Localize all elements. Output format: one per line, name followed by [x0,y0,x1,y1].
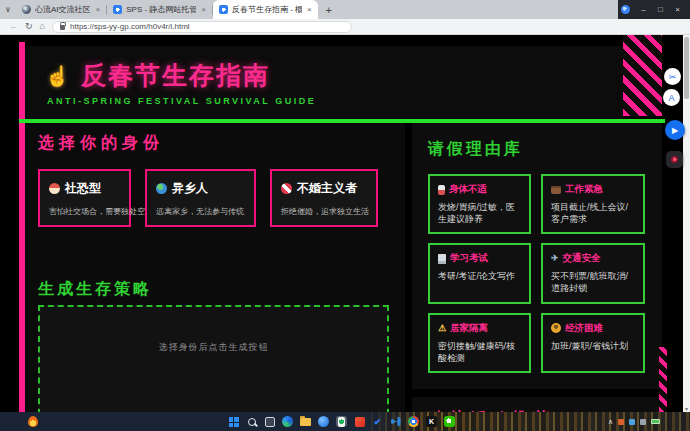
identity-card-social-anxiety[interactable]: 社恐型 害怕社交场合，需要独处空间 [38,169,131,227]
url-field[interactable]: https://sps-yy-gp.com/h0v4r/i.html [52,21,352,33]
scissors-icon: ✂ [669,72,677,82]
pinned-app-red-button[interactable] [354,416,365,427]
red-app-icon [355,417,365,427]
tab2-title: SPS - 静态网站托管服务 [126,4,196,15]
page-scrollbar[interactable]: ▾ [683,35,690,412]
new-tab-button[interactable]: + [326,4,332,16]
decor-stripes-top-right [623,35,662,116]
todo-app-button[interactable]: ✔ [372,416,383,427]
excuse-desc: 买不到票/航班取消/道路封锁 [551,270,635,294]
home-icon[interactable]: ⌂ [40,22,45,31]
excuse-desc: 加班/兼职/省钱计划 [551,340,635,352]
edge-taskbar-button[interactable] [282,416,293,427]
identity-card-title: 不婚主义者 [297,180,357,197]
assistant-icon: ▶ [672,126,678,135]
tab1-title: 心流AI交流社区 [35,4,91,15]
excuse-heading: 请假理由库 [428,139,662,159]
back-icon[interactable]: ← [9,22,18,31]
middle-finger-icon: ☝ [45,64,70,88]
browser-assistant-button[interactable]: ▶ [665,120,685,140]
k-app-icon: K [426,416,437,427]
page-viewport: ☝ 反春节生存指南 ANTI-SPRING FESTIVAL SURVIVAL … [0,35,683,412]
maximize-button[interactable]: □ [652,5,669,14]
scrollbar-down-arrow[interactable]: ▾ [683,405,690,412]
browser-tab-strip: ∨ 心流AI交流社区 × SPS - 静态网站托管服务 × 反春节生存指南 - … [0,0,690,19]
browser-profile-icon[interactable] [621,5,630,14]
excuse-title: 交通安全 [563,252,601,265]
tab-survival-guide-active[interactable]: 反春节生存指南 - 概念艺术 × [213,0,318,19]
tab2-close-icon[interactable]: × [201,5,206,14]
taskbar-search-button[interactable] [246,416,257,427]
tray-app-icon[interactable] [618,419,624,425]
tab3-close-icon[interactable]: × [307,5,312,14]
tray-chevron-icon[interactable]: ∧ [608,418,613,426]
close-button[interactable]: × [669,5,686,14]
input-method-icon[interactable] [640,419,646,425]
tab3-title: 反春节生存指南 - 概念艺术 [232,4,302,15]
flame-widget-icon[interactable] [28,416,38,427]
excuse-cards: 身体不适 发烧/胃病/过敏，医生建议静养 工作紧急 项目截止/线上会议/客户需求… [428,174,662,373]
translate-tool-button[interactable]: A [663,89,680,106]
hotlist-widget-button[interactable] [666,151,683,168]
chrome-button[interactable] [408,416,419,427]
excuse-title: 工作紧急 [565,183,603,196]
tab-xinliu-community[interactable]: 心流AI交流社区 × [16,0,106,19]
url-text: https://sps-yy-gp.com/h0v4r/i.html [70,22,190,31]
excuse-title: 经济困难 [565,322,603,335]
memo-icon [438,254,446,264]
vscode-button[interactable] [390,416,401,427]
battery-icon[interactable] [651,419,660,424]
checkmark-icon: ✔ [374,417,382,427]
scared-face-icon [49,183,60,194]
strategy-output-box: 选择身份后点击生成按钮 [38,305,389,412]
excuse-title: 居家隔离 [450,322,488,335]
minimize-button[interactable]: – [635,5,652,14]
tab-sps-hosting[interactable]: SPS - 静态网站托管服务 × [107,0,212,19]
identity-card-title: 社恐型 [65,180,101,197]
screenshot-tool-button[interactable]: ✂ [664,68,681,85]
address-bar: ← ↻ ⌂ https://sps-yy-gp.com/h0v4r/i.html [0,19,690,35]
activity-section: 独处活动推荐 [412,397,662,412]
tray-app-icon[interactable] [629,419,635,425]
wechat-button[interactable] [444,416,455,427]
active-app-button[interactable] [336,416,347,427]
refresh-icon[interactable]: ↻ [25,22,33,31]
excuse-card-work[interactable]: 工作紧急 项目截止/线上会议/客户需求 [541,174,645,234]
file-explorer-button[interactable] [300,416,311,427]
tab1-favicon [22,5,31,14]
excuse-card-money[interactable]: 经济困难 加班/兼职/省钱计划 [541,313,645,373]
excuse-card-sick[interactable]: 身体不适 发烧/胃病/过敏，医生建议静养 [428,174,531,234]
excuse-card-quarantine[interactable]: ⚠居家隔离 密切接触/健康码/核酸检测 [428,313,531,373]
identity-card-title: 异乡人 [172,180,208,197]
windows-taskbar: ✔ K ∧ [0,412,690,431]
browser-icon [318,416,329,427]
money-icon [551,323,561,333]
tab-search-chevron-icon[interactable]: ∨ [0,5,16,14]
keep-app-button[interactable]: K [426,416,437,427]
window-controls: – □ × [618,0,690,19]
identity-heading: 选择你的身份 [38,133,405,153]
decor-stripes-bottom-right [659,347,667,412]
strategy-heading: 生成生存策略 [38,279,405,299]
browser-taskbar-button[interactable] [318,416,329,427]
search-icon [248,418,256,426]
tab1-close-icon[interactable]: × [96,5,101,14]
task-view-button[interactable] [264,416,275,427]
identity-cards: 社恐型 害怕社交场合，需要独处空间 异乡人 远离家乡，无法参与传统 不婚主义者 … [38,169,405,227]
windows-start-button[interactable] [228,416,239,427]
tab2-favicon [113,5,122,14]
tab3-favicon [219,5,228,14]
translate-icon: A [668,93,674,103]
scrollbar-thumb[interactable] [684,37,689,99]
strategy-placeholder: 选择身份后点击生成按钮 [40,341,387,354]
identity-card-away-from-home[interactable]: 异乡人 远离家乡，无法参与传统 [145,169,256,227]
page-title: 反春节生存指南 [81,59,270,92]
thermometer-icon [438,185,445,195]
excuse-card-study[interactable]: 学习考试 考研/考证/论文写作 [428,243,531,303]
excuse-card-transport[interactable]: ✈交通安全 买不到票/航班取消/道路封锁 [541,243,645,303]
no-entry-icon [281,183,292,194]
briefcase-icon [551,186,561,194]
taskbar-center-icons: ✔ K [228,412,455,431]
identity-card-anti-marriage[interactable]: 不婚主义者 拒绝催婚，追求独立生活 [270,169,378,227]
page-subtitle: ANTI-SPRING FESTIVAL SURVIVAL GUIDE [47,96,623,106]
